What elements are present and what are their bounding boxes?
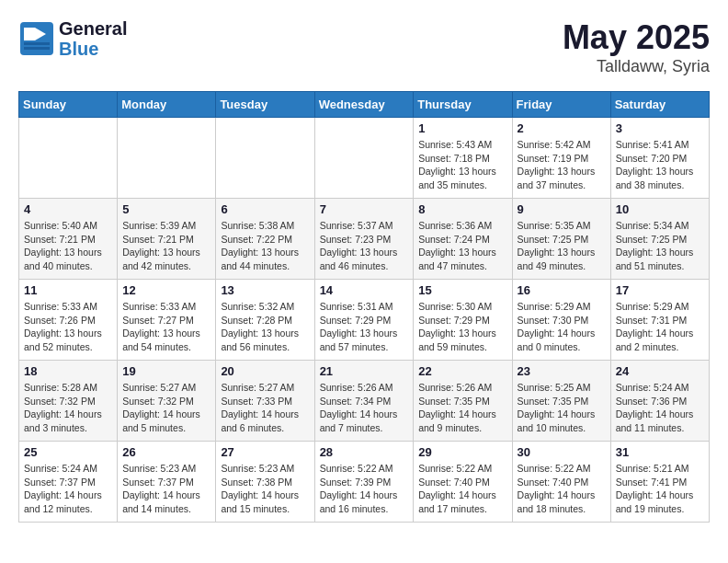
day-number: 22 (418, 364, 506, 378)
calendar-cell: 20Sunrise: 5:27 AMSunset: 7:33 PMDayligh… (216, 361, 314, 442)
weekday-header: Thursday (414, 92, 512, 118)
cell-info: Sunrise: 5:35 AMSunset: 7:25 PMDaylight:… (518, 219, 606, 273)
cell-info: Sunrise: 5:37 AMSunset: 7:23 PMDaylight:… (320, 219, 409, 273)
cell-info: Sunrise: 5:22 AMSunset: 7:40 PMDaylight:… (518, 462, 606, 516)
calendar-cell: 18Sunrise: 5:28 AMSunset: 7:32 PMDayligh… (19, 361, 118, 442)
svg-rect-1 (24, 28, 35, 40)
day-number: 27 (221, 445, 309, 459)
cell-info: Sunrise: 5:27 AMSunset: 7:32 PMDaylight:… (122, 381, 210, 435)
calendar-cell: 2Sunrise: 5:42 AMSunset: 7:19 PMDaylight… (512, 118, 610, 199)
logo-text: General Blue (59, 18, 127, 59)
calendar-cell: 8Sunrise: 5:36 AMSunset: 7:24 PMDaylight… (414, 199, 512, 280)
day-number: 3 (616, 121, 704, 135)
calendar-cell: 27Sunrise: 5:23 AMSunset: 7:38 PMDayligh… (216, 442, 314, 523)
calendar-week-row: 25Sunrise: 5:24 AMSunset: 7:37 PMDayligh… (19, 442, 710, 523)
cell-info: Sunrise: 5:36 AMSunset: 7:24 PMDaylight:… (418, 219, 506, 273)
cell-info: Sunrise: 5:29 AMSunset: 7:30 PMDaylight:… (518, 300, 606, 354)
calendar-cell: 14Sunrise: 5:31 AMSunset: 7:29 PMDayligh… (314, 280, 414, 361)
day-number: 14 (320, 283, 409, 297)
day-number: 1 (418, 121, 506, 135)
cell-info: Sunrise: 5:38 AMSunset: 7:22 PMDaylight:… (221, 219, 309, 273)
calendar-cell: 24Sunrise: 5:24 AMSunset: 7:36 PMDayligh… (610, 361, 709, 442)
weekday-header: Friday (512, 92, 610, 118)
cell-info: Sunrise: 5:32 AMSunset: 7:28 PMDaylight:… (221, 300, 309, 354)
cell-info: Sunrise: 5:25 AMSunset: 7:35 PMDaylight:… (518, 381, 606, 435)
day-number: 29 (418, 445, 506, 459)
day-number: 21 (320, 364, 409, 378)
calendar-cell: 23Sunrise: 5:25 AMSunset: 7:35 PMDayligh… (512, 361, 610, 442)
day-number: 31 (616, 445, 704, 459)
day-number: 8 (418, 202, 506, 216)
cell-info: Sunrise: 5:42 AMSunset: 7:19 PMDaylight:… (518, 138, 606, 192)
calendar-cell: 19Sunrise: 5:27 AMSunset: 7:32 PMDayligh… (118, 361, 216, 442)
calendar-cell: 7Sunrise: 5:37 AMSunset: 7:23 PMDaylight… (314, 199, 414, 280)
day-number: 28 (320, 445, 409, 459)
calendar-cell: 11Sunrise: 5:33 AMSunset: 7:26 PMDayligh… (19, 280, 118, 361)
calendar-cell: 9Sunrise: 5:35 AMSunset: 7:25 PMDaylight… (512, 199, 610, 280)
svg-rect-4 (24, 47, 50, 50)
day-number: 16 (518, 283, 606, 297)
cell-info: Sunrise: 5:33 AMSunset: 7:27 PMDaylight:… (122, 300, 210, 354)
day-number: 11 (24, 283, 112, 297)
cell-info: Sunrise: 5:23 AMSunset: 7:37 PMDaylight:… (122, 462, 210, 516)
calendar-cell: 4Sunrise: 5:40 AMSunset: 7:21 PMDaylight… (19, 199, 118, 280)
cell-info: Sunrise: 5:41 AMSunset: 7:20 PMDaylight:… (616, 138, 704, 192)
calendar-cell: 16Sunrise: 5:29 AMSunset: 7:30 PMDayligh… (512, 280, 610, 361)
cell-info: Sunrise: 5:27 AMSunset: 7:33 PMDaylight:… (221, 381, 309, 435)
month-title: May 2025 (563, 18, 710, 57)
calendar-cell: 13Sunrise: 5:32 AMSunset: 7:28 PMDayligh… (216, 280, 314, 361)
day-number: 18 (24, 364, 112, 378)
calendar-week-row: 4Sunrise: 5:40 AMSunset: 7:21 PMDaylight… (19, 199, 710, 280)
calendar-week-row: 11Sunrise: 5:33 AMSunset: 7:26 PMDayligh… (19, 280, 710, 361)
day-number: 25 (24, 445, 112, 459)
calendar-cell: 31Sunrise: 5:21 AMSunset: 7:41 PMDayligh… (610, 442, 709, 523)
location-title: Talldaww, Syria (563, 57, 710, 76)
calendar-cell: 29Sunrise: 5:22 AMSunset: 7:40 PMDayligh… (414, 442, 512, 523)
day-number: 30 (518, 445, 606, 459)
cell-info: Sunrise: 5:26 AMSunset: 7:35 PMDaylight:… (418, 381, 506, 435)
calendar-table: SundayMondayTuesdayWednesdayThursdayFrid… (18, 91, 710, 523)
calendar-week-row: 1Sunrise: 5:43 AMSunset: 7:18 PMDaylight… (19, 118, 710, 199)
calendar-cell: 25Sunrise: 5:24 AMSunset: 7:37 PMDayligh… (19, 442, 118, 523)
day-number: 2 (518, 121, 606, 135)
cell-info: Sunrise: 5:31 AMSunset: 7:29 PMDaylight:… (320, 300, 409, 354)
cell-info: Sunrise: 5:21 AMSunset: 7:41 PMDaylight:… (616, 462, 704, 516)
cell-info: Sunrise: 5:24 AMSunset: 7:36 PMDaylight:… (616, 381, 704, 435)
day-number: 10 (616, 202, 704, 216)
day-number: 9 (518, 202, 606, 216)
calendar-cell (314, 118, 414, 199)
cell-info: Sunrise: 5:34 AMSunset: 7:25 PMDaylight:… (616, 219, 704, 273)
cell-info: Sunrise: 5:33 AMSunset: 7:26 PMDaylight:… (24, 300, 112, 354)
cell-info: Sunrise: 5:22 AMSunset: 7:40 PMDaylight:… (418, 462, 506, 516)
calendar-cell: 17Sunrise: 5:29 AMSunset: 7:31 PMDayligh… (610, 280, 709, 361)
calendar-cell: 26Sunrise: 5:23 AMSunset: 7:37 PMDayligh… (118, 442, 216, 523)
cell-info: Sunrise: 5:28 AMSunset: 7:32 PMDaylight:… (24, 381, 112, 435)
cell-info: Sunrise: 5:43 AMSunset: 7:18 PMDaylight:… (418, 138, 506, 192)
weekday-header: Tuesday (216, 92, 314, 118)
calendar-cell (118, 118, 216, 199)
calendar-cell (19, 118, 118, 199)
day-number: 5 (122, 202, 210, 216)
day-number: 13 (221, 283, 309, 297)
day-number: 6 (221, 202, 309, 216)
cell-info: Sunrise: 5:39 AMSunset: 7:21 PMDaylight:… (122, 219, 210, 273)
weekday-header-row: SundayMondayTuesdayWednesdayThursdayFrid… (19, 92, 710, 118)
calendar-cell: 10Sunrise: 5:34 AMSunset: 7:25 PMDayligh… (610, 199, 709, 280)
calendar-cell: 21Sunrise: 5:26 AMSunset: 7:34 PMDayligh… (314, 361, 414, 442)
calendar-cell: 22Sunrise: 5:26 AMSunset: 7:35 PMDayligh… (414, 361, 512, 442)
calendar-cell: 30Sunrise: 5:22 AMSunset: 7:40 PMDayligh… (512, 442, 610, 523)
calendar-cell: 6Sunrise: 5:38 AMSunset: 7:22 PMDaylight… (216, 199, 314, 280)
calendar-cell: 1Sunrise: 5:43 AMSunset: 7:18 PMDaylight… (414, 118, 512, 199)
weekday-header: Sunday (19, 92, 118, 118)
weekday-header: Saturday (610, 92, 709, 118)
day-number: 23 (518, 364, 606, 378)
title-block: May 2025 Talldaww, Syria (563, 18, 710, 76)
cell-info: Sunrise: 5:30 AMSunset: 7:29 PMDaylight:… (418, 300, 506, 354)
weekday-header: Wednesday (314, 92, 414, 118)
calendar-cell: 3Sunrise: 5:41 AMSunset: 7:20 PMDaylight… (610, 118, 709, 199)
day-number: 15 (418, 283, 506, 297)
day-number: 26 (122, 445, 210, 459)
cell-info: Sunrise: 5:26 AMSunset: 7:34 PMDaylight:… (320, 381, 409, 435)
calendar-cell: 28Sunrise: 5:22 AMSunset: 7:39 PMDayligh… (314, 442, 414, 523)
svg-rect-3 (24, 42, 50, 45)
